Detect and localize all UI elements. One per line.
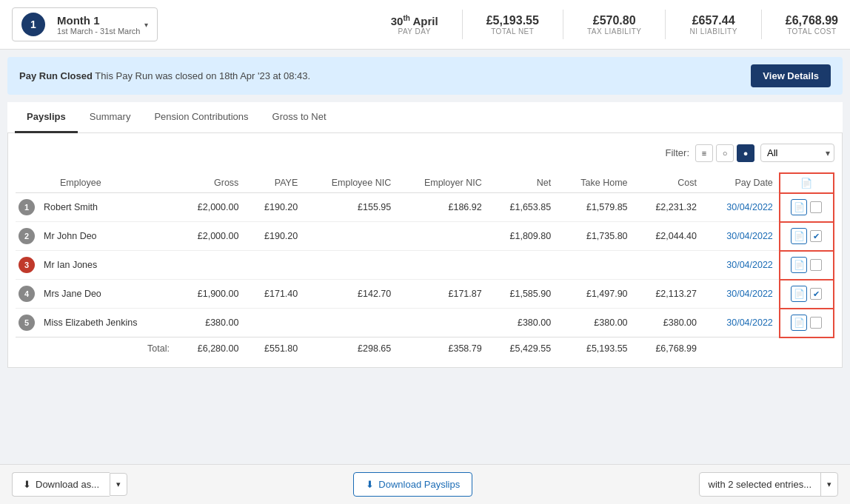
col-employer-nic: Employer NIC <box>397 173 487 193</box>
stat-divider-2 <box>563 10 563 39</box>
cell-take-home: £1,497.90 <box>557 280 633 309</box>
row-number-badge: 1 <box>19 199 35 215</box>
employee-name: Mr Ian Jones <box>38 251 175 280</box>
cell-take-home: £380.00 <box>557 309 633 337</box>
view-details-button[interactable]: View Details <box>751 64 831 87</box>
tab-gross-to-net[interactable]: Gross to Net <box>261 102 338 133</box>
pay-date: 30/04/2022 <box>703 193 780 222</box>
ni-liability-label: NI LIABILITY <box>689 27 737 36</box>
cell-employer-nic: £171.87 <box>397 280 487 309</box>
table-row: 2Mr John Deo£2,000.00£190.20£1,809.80£1,… <box>16 222 834 251</box>
pay-day-label: PAY DAY <box>398 27 431 36</box>
pay-date: 30/04/2022 <box>703 309 780 337</box>
filter-label: Filter: <box>666 147 690 158</box>
document-icon-button[interactable]: 📄 <box>791 228 807 244</box>
filter-bar: Filter: ≡ ○ ● All Selected Unselected <box>16 141 834 165</box>
filter-list-icon[interactable]: ≡ <box>695 144 713 162</box>
cell-take-home: £1,579.85 <box>557 193 633 222</box>
stat-divider-1 <box>462 10 463 39</box>
row-checkbox[interactable]: ✔ <box>810 230 822 242</box>
tab-payslips[interactable]: Payslips <box>15 102 78 133</box>
pay-date: 30/04/2022 <box>703 280 780 309</box>
month-selector[interactable]: 1 Month 1 1st March - 31st March ▾ <box>12 7 158 41</box>
col-take-home: Take Home <box>557 173 633 193</box>
filter-select[interactable]: All Selected Unselected <box>760 144 834 162</box>
col-actions: 📄 <box>780 173 834 193</box>
row-checkbox[interactable] <box>810 259 822 271</box>
document-icon-button[interactable]: 📄 <box>791 199 807 215</box>
cell-paye: £190.20 <box>244 222 304 251</box>
pay-day-stat: 30th April PAY DAY <box>391 14 438 36</box>
filter-dot-icon[interactable]: ● <box>737 144 754 162</box>
month-info: Month 1 1st March - 31st March <box>57 14 140 36</box>
col-net: Net <box>488 173 557 193</box>
notification-bar: Pay Run Closed This Pay Run was closed o… <box>7 57 843 95</box>
total-net: £5,429.55 <box>488 337 557 360</box>
row-number-badge: 3 <box>19 257 35 273</box>
row-checkbox[interactable] <box>810 201 822 213</box>
table-row: 3Mr Ian Jones30/04/2022📄 <box>16 251 834 280</box>
total-cost: £6,768.99 <box>634 337 703 360</box>
cell-employer-nic <box>397 251 487 280</box>
pay-day-value: 30th April <box>391 14 438 27</box>
row-number-badge: 2 <box>19 228 35 244</box>
total-cost-label: TOTAL COST <box>787 27 837 36</box>
filter-circle-icon[interactable]: ○ <box>716 144 734 162</box>
filter-icons: ≡ ○ ● <box>695 144 754 162</box>
total-cost-value: £6,768.99 <box>786 14 838 27</box>
actions-cell: 📄✔ <box>780 222 834 251</box>
top-bar: 1 Month 1 1st March - 31st March ▾ 30th … <box>0 0 850 50</box>
cell-gross <box>175 251 244 280</box>
cell-employer-nic <box>397 222 487 251</box>
cell-employee-nic <box>304 309 397 337</box>
cell-gross: £2,000.00 <box>175 222 244 251</box>
tab-summary[interactable]: Summary <box>78 102 143 133</box>
actions-cell: 📄 <box>780 309 834 337</box>
cell-net <box>488 251 557 280</box>
total-net-label: TOTAL NET <box>491 27 534 36</box>
cell-employer-nic: £186.92 <box>397 193 487 222</box>
cell-employee-nic: £142.70 <box>304 280 397 309</box>
stat-divider-4 <box>761 10 762 39</box>
row-checkbox[interactable]: ✔ <box>810 288 822 300</box>
pay-date: 30/04/2022 <box>703 251 780 280</box>
tax-liability-label: TAX LIABILITY <box>587 27 642 36</box>
total-label: Total: <box>16 337 175 360</box>
cell-gross: £380.00 <box>175 309 244 337</box>
month-badge: 1 <box>21 13 45 36</box>
total-cost-stat: £6,768.99 TOTAL COST <box>786 14 838 36</box>
month-subtitle: 1st March - 31st March <box>57 27 140 36</box>
actions-cell: 📄 <box>780 251 834 280</box>
header-stats: 30th April PAY DAY £5,193.55 TOTAL NET £… <box>391 10 838 39</box>
employee-name: Robert Smith <box>38 193 175 222</box>
document-icon-button[interactable]: 📄 <box>791 315 807 331</box>
cell-paye: £171.40 <box>244 280 304 309</box>
col-cost: Cost <box>634 173 703 193</box>
ni-liability-value: £657.44 <box>692 14 735 27</box>
cell-take-home: £1,735.80 <box>557 222 633 251</box>
actions-cell: 📄✔ <box>780 280 834 309</box>
table-row: 5Miss Elizabeth Jenkins£380.00£380.00£38… <box>16 309 834 337</box>
tax-liability-stat: £570.80 TAX LIABILITY <box>587 14 642 36</box>
tabs-container: Payslips Summary Pension Contributions G… <box>7 102 843 133</box>
document-icon-button[interactable]: 📄 <box>791 257 807 273</box>
employee-name: Mr John Deo <box>38 222 175 251</box>
chevron-down-icon: ▾ <box>144 21 148 29</box>
cell-net: £1,653.85 <box>488 193 557 222</box>
document-icon-button[interactable]: 📄 <box>791 286 807 302</box>
col-num <box>16 173 38 193</box>
cell-gross: £1,900.00 <box>175 280 244 309</box>
cell-paye: £190.20 <box>244 193 304 222</box>
total-net-stat: £5,193.55 TOTAL NET <box>486 14 539 36</box>
cell-net: £380.00 <box>488 309 557 337</box>
total-net-value: £5,193.55 <box>486 14 539 27</box>
cell-paye <box>244 309 304 337</box>
total-take-home: £5,193.55 <box>557 337 633 360</box>
total-gross: £6,280.00 <box>175 337 244 360</box>
ni-liability-stat: £657.44 NI LIABILITY <box>689 14 737 36</box>
row-checkbox[interactable] <box>810 317 822 329</box>
cell-cost: £2,044.40 <box>634 222 703 251</box>
tab-pension-contributions[interactable]: Pension Contributions <box>142 102 260 133</box>
main-content: Filter: ≡ ○ ● All Selected Unselected Em… <box>7 133 843 368</box>
document-header-icon: 📄 <box>800 178 812 189</box>
